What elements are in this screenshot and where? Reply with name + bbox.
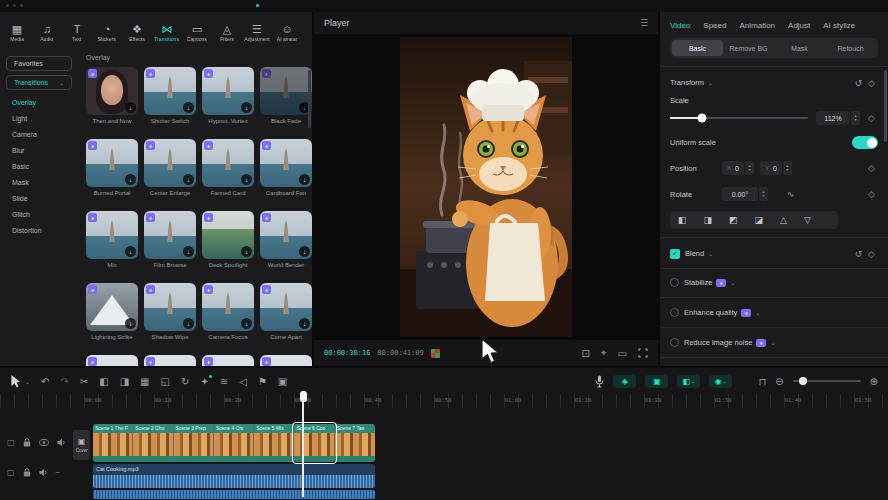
stabilize-checkbox[interactable] xyxy=(670,278,679,287)
reverse-icon[interactable]: ↻ xyxy=(181,376,189,387)
video-clip[interactable]: Scene 1 The F xyxy=(93,424,133,462)
auto-ripple-button[interactable]: ◉ ⌄ xyxy=(709,375,732,388)
sidebar-item-distortion[interactable]: Distortion xyxy=(0,222,78,238)
toolbar-transitions[interactable]: ⋈ Transitions xyxy=(152,23,182,42)
download-icon[interactable]: ↓ xyxy=(183,318,194,329)
download-icon[interactable]: ↓ xyxy=(125,246,136,257)
subtab-mask[interactable]: Mask xyxy=(774,40,825,56)
transition-thumb[interactable]: ♦ ↓ xyxy=(86,283,138,331)
video-clip[interactable]: Scene 5 Mix xyxy=(254,424,294,462)
transition-thumb[interactable]: ♦ ↓ xyxy=(260,67,312,115)
aspect-ratio-icon[interactable]: ▭ xyxy=(618,348,627,359)
tab-video[interactable]: Video xyxy=(670,21,690,30)
subtab-retouch[interactable]: Retouch xyxy=(825,40,876,56)
rotate-right-icon[interactable]: ▽ xyxy=(804,215,811,225)
scale-slider[interactable] xyxy=(670,117,808,119)
freeze-frame-icon[interactable]: ◱ xyxy=(161,376,170,387)
marker-icon[interactable]: ⚑ xyxy=(258,376,267,387)
slider-thumb[interactable] xyxy=(697,114,706,123)
transition-thumb[interactable]: ♦ ↓ xyxy=(202,283,254,331)
cover-button[interactable]: ▣ Cover xyxy=(73,430,90,460)
download-icon[interactable]: ↓ xyxy=(125,102,136,113)
sidebar-item-blur[interactable]: Blur xyxy=(0,142,78,158)
link-clips-button[interactable]: ◧ ⌄ xyxy=(677,375,700,388)
focus-icon[interactable]: ⌖ xyxy=(601,347,607,359)
select-tool-icon[interactable] xyxy=(10,374,21,388)
timeline-zoom-slider[interactable] xyxy=(793,380,861,382)
record-icon[interactable]: ▣ xyxy=(278,376,287,387)
video-clip[interactable]: Scene 4 Chi xyxy=(214,424,254,462)
download-icon[interactable]: ↓ xyxy=(299,174,310,185)
download-icon[interactable]: ↓ xyxy=(183,246,194,257)
transition-thumb[interactable]: ♦ ↓ xyxy=(260,139,312,187)
snap-icon[interactable]: ⊓ xyxy=(758,376,766,387)
download-icon[interactable]: ↓ xyxy=(299,246,310,257)
mute-track-icon[interactable]: ◁ xyxy=(239,376,247,387)
mirror-diagonal-icon[interactable]: ◩ xyxy=(729,215,738,225)
delete-icon[interactable]: ▦ xyxy=(140,376,149,387)
reset-icon[interactable]: ↺ xyxy=(852,247,865,260)
scale-value-field[interactable]: 112% xyxy=(816,111,850,125)
trim-left-icon[interactable]: ◧ xyxy=(99,376,108,387)
lock-icon[interactable] xyxy=(23,438,31,447)
mirror-antidiagonal-icon[interactable]: ◪ xyxy=(755,215,764,225)
lock-icon[interactable] xyxy=(23,468,31,477)
enhance-quality-checkbox[interactable] xyxy=(670,308,679,317)
download-icon[interactable]: ↓ xyxy=(241,318,252,329)
extract-audio-icon[interactable]: ≋ xyxy=(220,376,228,387)
toolbar-filters[interactable]: ◬ Filters xyxy=(212,23,242,42)
chevron-down-icon[interactable]: ⌄ xyxy=(708,79,713,86)
subtab-remove-bg[interactable]: Remove BG xyxy=(723,40,774,56)
toolbar-audio[interactable]: ♫ Audio xyxy=(32,23,62,42)
position-y-field[interactable]: Y 0 xyxy=(760,161,782,175)
split-icon[interactable]: ✂ xyxy=(80,376,88,387)
transition-thumb[interactable]: ♦ ↓ xyxy=(144,283,196,331)
timeline-ruler[interactable]: 00:00 00:10 00:20 00:30 00:40 00:50 01:0… xyxy=(0,394,888,408)
chevron-down-icon[interactable]: ⌄ xyxy=(770,339,775,346)
chevron-down-icon[interactable]: ⌄ xyxy=(755,309,760,316)
transition-thumb[interactable]: ♦ xyxy=(144,355,196,366)
rotate-left-icon[interactable]: △ xyxy=(780,215,787,225)
download-icon[interactable]: ↓ xyxy=(125,318,136,329)
transition-thumb[interactable]: ♦ ↓ xyxy=(144,211,196,259)
transition-thumb[interactable]: ♦ xyxy=(86,355,138,366)
tab-adjust[interactable]: Adjust xyxy=(788,21,810,30)
keyframe-diamond-icon[interactable]: ◇ xyxy=(865,162,878,175)
transition-thumb[interactable]: ♦ ↓ xyxy=(202,139,254,187)
download-icon[interactable]: ↓ xyxy=(241,174,252,185)
toolbar-media[interactable]: ▦ Media xyxy=(2,23,32,42)
sidebar-group-transitions[interactable]: Transitions ⌄ xyxy=(6,75,72,90)
reset-icon[interactable]: ↺ xyxy=(852,76,865,89)
zoom-out-icon[interactable]: ⊖ xyxy=(775,376,783,387)
speaker-icon[interactable] xyxy=(57,438,66,447)
rotate-dial-icon[interactable]: ∿ xyxy=(784,188,797,201)
scale-stepper[interactable]: ▴ ▾ xyxy=(851,111,860,125)
keyframe-diamond-icon[interactable]: ◇ xyxy=(865,247,878,260)
slider-thumb[interactable] xyxy=(799,377,807,385)
transition-thumb[interactable]: ♦ ↓ xyxy=(260,211,312,259)
flip-horizontal-icon[interactable]: ◧ xyxy=(678,215,687,225)
playhead[interactable] xyxy=(302,392,304,497)
zoom-in-icon[interactable]: ⊕ xyxy=(870,376,878,387)
transition-thumb[interactable]: ♦ ↓ xyxy=(202,211,254,259)
transition-thumb[interactable]: ♦ ↓ xyxy=(202,67,254,115)
transition-thumb[interactable]: ♦ ↓ xyxy=(144,139,196,187)
download-icon[interactable]: ↓ xyxy=(241,246,252,257)
video-clip[interactable]: Scene 3 Prep xyxy=(174,424,214,462)
download-icon[interactable]: ↓ xyxy=(241,102,252,113)
trim-right-icon[interactable]: ◨ xyxy=(120,376,129,387)
audio-clip[interactable]: Cat Cooking.mp3 xyxy=(93,464,375,488)
sidebar-item-overlay[interactable]: Overlay xyxy=(0,94,78,110)
fullscreen-icon[interactable] xyxy=(638,348,648,358)
rotate-stepper[interactable]: ▴ ▾ xyxy=(759,187,768,201)
tab-speed[interactable]: Speed xyxy=(703,21,726,30)
rotate-value-field[interactable]: 0.00° xyxy=(722,187,758,201)
microphone-icon[interactable] xyxy=(595,375,604,388)
sidebar-item-camera[interactable]: Camera xyxy=(0,126,78,142)
transition-thumb[interactable]: ♦ ↓ xyxy=(144,67,196,115)
download-icon[interactable]: ↓ xyxy=(299,318,310,329)
position-x-stepper[interactable]: ▴ ▾ xyxy=(745,161,754,175)
chevron-down-icon[interactable]: ⌄ xyxy=(708,250,713,257)
transition-thumb[interactable]: ♦ ↓ xyxy=(86,67,138,115)
toolbar-text[interactable]: T Text xyxy=(62,23,92,42)
